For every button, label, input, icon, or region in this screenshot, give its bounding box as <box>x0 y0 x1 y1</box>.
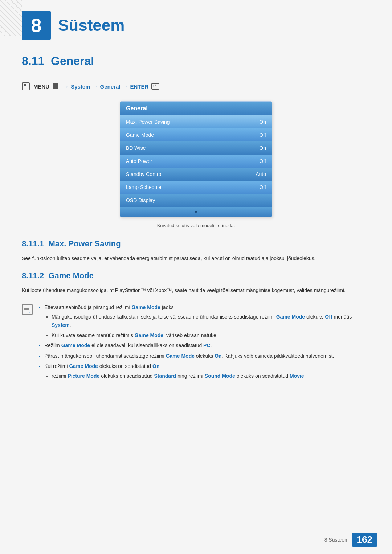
arrow3: → <box>122 83 128 90</box>
menu-label: MENU <box>33 83 49 90</box>
section-title: 8.11 General <box>22 54 370 71</box>
ui-panel: General Max. Power Saving On Game Mode O… <box>120 101 272 217</box>
arrow1: → <box>63 83 69 90</box>
note-bullet-list: Ettevaatusabinõud ja piirangud režiimi G… <box>44 303 370 380</box>
note-sub-bullets: Mängukonsooliga ühenduse katkestamiseks … <box>52 313 370 339</box>
note-bullet-1: Ettevaatusabinõud ja piirangud režiimi G… <box>44 303 370 340</box>
menu-path: MENU → System → General → ENTER <box>22 82 370 90</box>
grid-icon <box>52 82 60 90</box>
panel-row-1[interactable]: Game Mode Off <box>120 128 272 141</box>
row-2-value: On <box>259 145 266 151</box>
row-6-label: OSD Display <box>126 197 155 203</box>
sub-bullets-2: režiimi Picture Mode olekuks on seadista… <box>52 372 370 380</box>
row-2-label: BD Wise <box>126 145 146 151</box>
chapter-number: 8 <box>22 11 51 40</box>
row-0-value: On <box>259 119 266 125</box>
svg-rect-3 <box>56 86 58 89</box>
subsection-811-2-title: 8.11.2 Game Mode <box>22 271 370 280</box>
row-1-value: Off <box>260 132 266 138</box>
row-4-value: Auto <box>256 171 266 177</box>
caption: Kuvatud kujutis võib mudeliti erineda. <box>22 223 370 228</box>
row-1-label: Game Mode <box>126 132 154 138</box>
panel-row-3[interactable]: Auto Power Off <box>120 155 272 168</box>
bullet-4: Kui režiimi Game Mode olekuks on seadist… <box>44 362 370 380</box>
row-5-label: Lamp Schedule <box>126 184 161 190</box>
main-content: 8.11 General MENU → System → General → E… <box>0 47 392 405</box>
svg-rect-0 <box>53 83 56 86</box>
chapter-title: Süsteem <box>58 16 124 34</box>
row-3-value: Off <box>260 158 266 164</box>
note-sub-bullet-1: Mängukonsooliga ühenduse katkestamiseks … <box>52 313 370 329</box>
general-label: General <box>100 83 121 90</box>
panel-row-2[interactable]: BD Wise On <box>120 141 272 155</box>
header-stripe <box>0 0 22 36</box>
panel-row-0[interactable]: Max. Power Saving On <box>120 115 272 128</box>
subsection-811-1-title: 8.11.1 Max. Power Saving <box>22 239 370 249</box>
panel-row-6[interactable]: OSD Display <box>120 194 272 207</box>
subsection-811-2-body: Kui loote ühenduse mängukonsooliga, nt P… <box>22 286 370 294</box>
arrow2: → <box>93 83 98 90</box>
bullet-3: Pärast mängukonsooli ühendamist seadista… <box>44 352 370 360</box>
subsection-811-1-body: See funktsioon lülitab seadme välja, et … <box>22 254 370 262</box>
scroll-down-icon: ▼ <box>193 209 199 215</box>
svg-rect-2 <box>53 86 56 89</box>
footer-page-number: 162 <box>352 533 377 547</box>
page-footer: 8 Süsteem 162 <box>324 533 377 547</box>
note-sub-bullet-2: Kui kuvate seadme menüüd režiimis Game M… <box>52 331 370 339</box>
note-block: Ettevaatusabinõud ja piirangud režiimi G… <box>22 303 370 387</box>
panel-footer: ▼ <box>120 207 272 217</box>
footer-chapter-label: 8 Süsteem <box>324 537 349 543</box>
row-0-label: Max. Power Saving <box>126 119 170 125</box>
sub-bullet-3: režiimi Picture Mode olekuks on seadista… <box>52 372 370 380</box>
chapter-header: 8 Süsteem <box>0 0 392 47</box>
svg-rect-1 <box>56 83 58 86</box>
panel-row-5[interactable]: Lamp Schedule Off <box>120 181 272 194</box>
panel-row-4[interactable]: Standby Control Auto <box>120 168 272 181</box>
row-4-label: Standby Control <box>126 171 162 177</box>
row-3-label: Auto Power <box>126 158 152 164</box>
enter-label: ENTER <box>130 83 148 90</box>
panel-header: General <box>120 102 272 115</box>
note-content: Ettevaatusabinõud ja piirangud režiimi G… <box>37 303 370 387</box>
menu-icon <box>22 82 30 90</box>
bullet-2: Režiim Game Mode ei ole saadaval, kui si… <box>44 341 370 349</box>
note-icon <box>22 304 33 315</box>
system-label: System <box>71 83 90 90</box>
enter-icon <box>151 83 159 90</box>
ui-panel-container: General Max. Power Saving On Game Mode O… <box>22 101 370 217</box>
row-5-value: Off <box>260 184 266 190</box>
